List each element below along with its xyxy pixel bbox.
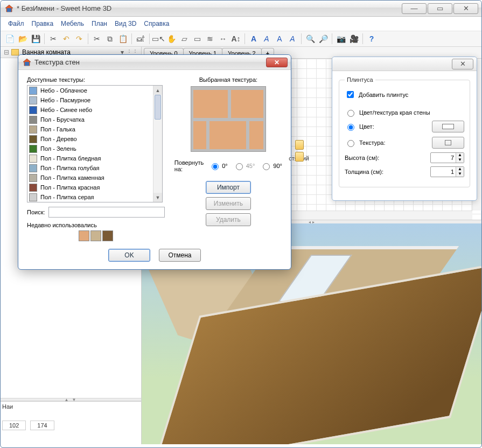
texture-swatch-icon [29,106,37,114]
texture-list-item[interactable]: Пол - Зелень [27,144,153,153]
ok-button[interactable]: OK [108,249,150,262]
radio-icon[interactable] [347,110,354,117]
add-furniture-icon[interactable]: 🛋 [135,33,146,45]
wall-properties-panel: ✕ Плинтуса Добавить плинтус Цвет/текстур… [332,57,477,201]
scroll-down-icon[interactable]: ▼ [153,193,162,202]
dialog-close-button[interactable]: ✕ [266,58,288,67]
thickness-input[interactable] [431,169,456,175]
spinner-down-icon[interactable]: ▼ [456,172,464,177]
behind-button-fragment [295,152,304,162]
cut-prefs-icon[interactable]: ✂ [47,33,59,45]
recent-swatch[interactable] [79,230,89,241]
radio-icon[interactable] [212,163,219,170]
wall-tool-icon[interactable]: ▱ [178,33,190,45]
rotate-90-radio[interactable]: 90° [260,162,282,170]
minimize-button[interactable]: — [402,3,427,14]
height-spinner[interactable]: ▲▼ [430,152,464,163]
recent-swatch[interactable] [90,230,101,241]
behind-button-fragment [295,140,304,150]
height-input[interactable] [431,155,456,161]
texture-list-item[interactable]: Небо - Синее небо [27,105,153,115]
texture-item-label: Пол - Галька [40,126,75,132]
texture-swatch-icon [29,184,37,192]
close-button[interactable]: ✕ [453,3,478,14]
texture-list-item[interactable]: Пол - Плитка каменная [27,173,153,183]
copy-icon[interactable]: ⧉ [104,33,116,45]
scrollbar-thumb[interactable] [155,95,161,120]
text-bold-icon[interactable]: A [248,33,260,45]
search-input[interactable] [48,207,165,218]
color-radio[interactable]: Цвет: [345,122,428,131]
thickness-spinner[interactable]: ▲▼ [430,166,464,177]
cancel-button[interactable]: Отмена [159,249,201,262]
photo-icon[interactable]: 📷 [335,33,347,45]
texture-item-label: Пол - Дерево [40,136,77,142]
open-icon[interactable]: 📂 [17,33,29,45]
menu-help[interactable]: Справка [141,19,172,29]
radio-icon[interactable] [263,163,270,170]
dimension-tool-icon[interactable]: ↔ [217,33,229,45]
texture-list-item[interactable]: Пол - Дерево [27,134,153,144]
modify-button[interactable]: Изменить [206,197,251,210]
save-icon[interactable]: 💾 [30,33,41,45]
texture-picker-button[interactable] [432,137,464,149]
cut-icon[interactable]: ✂ [91,33,103,45]
texture-list[interactable]: Небо - ОблачноеНебо - ПасмурноеНебо - Си… [27,85,163,202]
svg-rect-1 [7,8,11,12]
search-label: Поиск: [27,209,45,215]
text-size-icon[interactable]: A [287,33,298,45]
texture-list-item[interactable]: Пол - Плитка серая [27,192,153,202]
video-icon[interactable]: 🎥 [348,33,360,45]
add-plinth-checkbox[interactable]: Добавить плинтус [345,89,464,100]
select-tool-icon[interactable]: ▭↖ [152,33,164,45]
checkbox-icon[interactable] [347,91,354,98]
menu-edit[interactable]: Правка [29,19,57,29]
text-italic-icon[interactable]: A [261,33,273,45]
texture-list-item[interactable]: Пол - Плитка красная [27,183,153,192]
panel-close-button[interactable]: ✕ [452,59,473,69]
text-tool-icon[interactable]: A↕ [230,33,242,45]
menu-bar: Файл Правка Мебель План Вид 3D Справка [1,17,481,31]
texture-swatch-icon [29,145,37,153]
help-icon[interactable]: ? [366,33,378,45]
zoom-in-icon[interactable]: 🔍 [304,33,316,45]
texture-swatch-icon [29,116,37,124]
dialog-title: Текстура стен [34,58,266,66]
zoom-out-icon[interactable]: 🔎 [317,33,329,45]
texture-list-item[interactable]: Небо - Пасмурное [27,95,153,105]
texture-radio[interactable]: Текстура: [345,138,428,147]
text-color-icon[interactable]: A [274,33,285,45]
paste-icon[interactable]: 📋 [117,33,129,45]
texture-list-item[interactable]: Пол - Галька [27,124,153,134]
room-tool-icon[interactable]: ▭ [191,33,203,45]
edge-color-texture-radio[interactable]: Цвет/текстура края стены [345,108,464,117]
rotate-45-radio[interactable]: 45° [233,162,255,170]
rotate-0-radio[interactable]: 0° [209,162,228,170]
radio-icon[interactable] [236,163,243,170]
spinner-down-icon[interactable]: ▼ [456,158,464,163]
color-picker-button[interactable] [432,121,464,132]
maximize-button[interactable]: ▭ [428,3,452,14]
texture-list-item[interactable]: Пол - Плитка голубая [27,163,153,173]
radio-icon[interactable] [347,124,354,131]
texture-swatch-icon [29,135,37,143]
texture-list-item[interactable]: Пол - Брусчатка [27,115,153,124]
undo-icon[interactable]: ↶ [60,33,72,45]
texture-list-item[interactable]: Небо - Облачное [27,86,153,95]
texture-list-item[interactable]: Пол - Плитка бледная [27,153,153,163]
scroll-up-icon[interactable]: ▲ [153,86,162,95]
menu-furniture[interactable]: Мебель [58,19,87,29]
texture-list-scrollbar[interactable]: ▲ ▼ [153,86,162,202]
new-icon[interactable]: 📄 [4,33,16,45]
prop-header: Наи [2,403,13,410]
polyline-tool-icon[interactable]: ≋ [204,33,216,45]
delete-button[interactable]: Удалить [206,213,251,226]
menu-file[interactable]: Файл [5,19,27,29]
menu-view3d[interactable]: Вид 3D [111,19,139,29]
redo-icon[interactable]: ↷ [73,33,85,45]
import-button[interactable]: Импорт [206,181,251,194]
pan-tool-icon[interactable]: ✋ [165,33,177,45]
radio-icon[interactable] [347,140,354,147]
recent-swatch[interactable] [102,230,113,241]
menu-plan[interactable]: План [88,19,110,29]
